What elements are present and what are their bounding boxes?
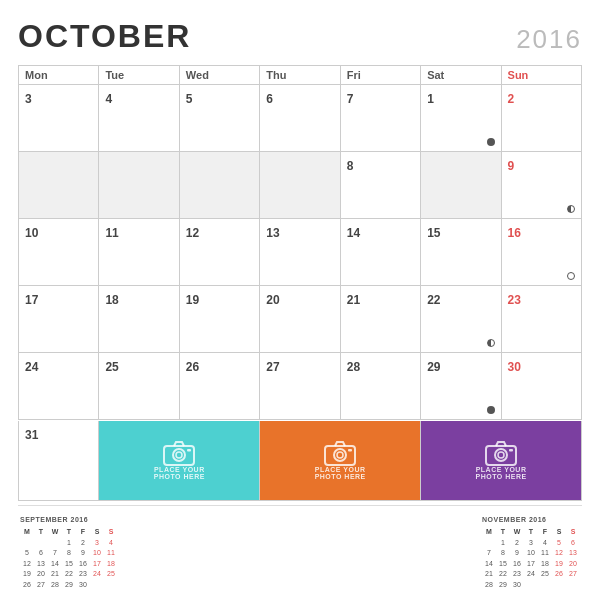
mini-day-cell: 8 — [62, 548, 76, 559]
mini-day-header: M — [20, 527, 34, 538]
mini-day-cell: 2 — [510, 538, 524, 549]
mini-day-cell: 28 — [48, 580, 62, 591]
day-number: 17 — [25, 293, 38, 307]
day-cell: 17 — [19, 286, 99, 353]
day-cell: 20 — [260, 286, 340, 353]
mini-day-cell — [524, 580, 538, 591]
mini-day-cell: 24 — [524, 569, 538, 580]
day-cell: 24 — [19, 353, 99, 420]
mini-day-cell: 25 — [538, 569, 552, 580]
mini-day-cell: 12 — [20, 559, 34, 570]
week-row-3: 10111213141516 — [18, 219, 582, 286]
mini-day-cell: 13 — [34, 559, 48, 570]
mini-day-header: T — [524, 527, 538, 538]
day-cell: 23 — [502, 286, 582, 353]
day-cell: 30 — [502, 353, 582, 420]
day-number: 26 — [186, 360, 199, 374]
day-number: 29 — [427, 360, 440, 374]
mini-day-cell: 22 — [496, 569, 510, 580]
day-number: 13 — [266, 226, 279, 240]
mini-day-cell: 4 — [104, 538, 118, 549]
mini-day-cell: 3 — [524, 538, 538, 549]
mini-day-cell: 21 — [48, 569, 62, 580]
day-cell: 1 — [421, 85, 501, 152]
day-cell: 19 — [180, 286, 260, 353]
mini-cal-row: SEPTEMBER 2016MTWTFSS1234567891011121314… — [18, 515, 582, 591]
day-cell: 5 — [180, 85, 260, 152]
svg-point-9 — [495, 449, 507, 461]
mini-day-cell: 15 — [62, 559, 76, 570]
day-number: 6 — [266, 92, 273, 106]
mini-day-cell: 26 — [552, 569, 566, 580]
mini-day-cell: 23 — [76, 569, 90, 580]
mini-day-cell — [48, 538, 62, 549]
day-number: 19 — [186, 293, 199, 307]
mini-day-cell — [566, 580, 580, 591]
day-number: 3 — [25, 92, 32, 106]
mini-day-cell: 8 — [496, 548, 510, 559]
mini-day-cell: 6 — [34, 548, 48, 559]
mini-day-cell: 10 — [524, 548, 538, 559]
mini-day-cell — [104, 580, 118, 591]
day-cell: 22 — [421, 286, 501, 353]
mini-day-cell: 9 — [76, 548, 90, 559]
calendar-grid: MonTueWedThuFriSatSun 345671289101112131… — [18, 65, 582, 590]
day-cell: 6 — [260, 85, 340, 152]
mini-day-cell: 14 — [482, 559, 496, 570]
mini-day-cell: 15 — [496, 559, 510, 570]
mini-day-cell: 1 — [62, 538, 76, 549]
day-number: 4 — [105, 92, 112, 106]
day-number: 7 — [347, 92, 354, 106]
mini-day-cell — [34, 538, 48, 549]
mini-day-cell: 7 — [482, 548, 496, 559]
svg-point-10 — [498, 452, 504, 458]
camera-icon — [324, 440, 356, 466]
mini-day-cell: 19 — [20, 569, 34, 580]
mini-day-cell — [552, 580, 566, 591]
mini-day-cell: 23 — [510, 569, 524, 580]
day-cell: 11 — [99, 219, 179, 286]
day-cell: 14 — [341, 219, 421, 286]
svg-point-6 — [337, 452, 343, 458]
mini-day-cell: 3 — [90, 538, 104, 549]
day-cell: 28 — [341, 353, 421, 420]
mini-day-cell: 25 — [104, 569, 118, 580]
mini-day-cell: 12 — [552, 548, 566, 559]
day-cell: 27 — [260, 353, 340, 420]
day-header-wed: Wed — [180, 66, 260, 85]
mini-day-cell — [90, 580, 104, 591]
day-31-cell: 31 — [19, 421, 99, 501]
day-number: 15 — [427, 226, 440, 240]
day-number: 10 — [25, 226, 38, 240]
photo-block-orange: PLACE YOUR PHOTO HERE — [260, 421, 421, 501]
day-number: 14 — [347, 226, 360, 240]
mini-day-cell: 11 — [104, 548, 118, 559]
day-cell — [99, 152, 179, 219]
day-cell — [421, 152, 501, 219]
mini-day-cell: 30 — [76, 580, 90, 591]
mini-day-header: T — [62, 527, 76, 538]
mini-day-cell — [20, 538, 34, 549]
day-number: 12 — [186, 226, 199, 240]
mini-cal-title: SEPTEMBER 2016 — [20, 515, 118, 526]
day-number: 25 — [105, 360, 118, 374]
day-number: 11 — [105, 226, 118, 240]
day-cell: 15 — [421, 219, 501, 286]
day-number: 9 — [508, 159, 515, 173]
mini-day-cell: 20 — [566, 559, 580, 570]
moon-half-icon — [487, 339, 495, 347]
mini-day-cell: 24 — [90, 569, 104, 580]
day-header-thu: Thu — [260, 66, 340, 85]
svg-rect-11 — [509, 449, 513, 452]
mini-day-header: S — [552, 527, 566, 538]
mini-cal-grid: MTWTFSS123456789101112131415161718192021… — [20, 527, 118, 590]
calendar-header: OCTOBER 2016 — [18, 18, 582, 55]
divider — [18, 505, 582, 506]
day-cell — [260, 152, 340, 219]
mini-day-cell: 17 — [524, 559, 538, 570]
mini-day-cell: 5 — [20, 548, 34, 559]
mini-day-header: S — [566, 527, 580, 538]
moon-dot-icon — [487, 138, 495, 146]
mini-day-cell: 1 — [496, 538, 510, 549]
day-header-mon: Mon — [19, 66, 99, 85]
